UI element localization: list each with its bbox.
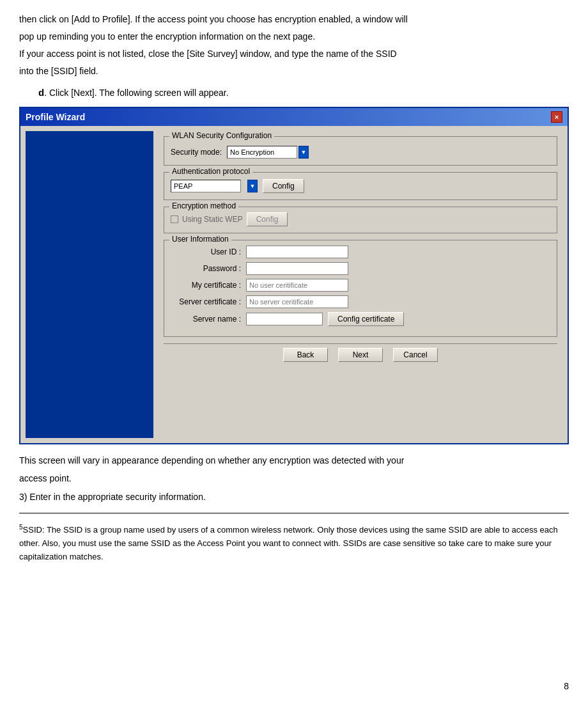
auth-protocol-row: PEAP ▼ Config: [171, 179, 550, 193]
next-button[interactable]: Next: [338, 348, 383, 362]
my-certificate-row: My certificate :: [171, 279, 550, 292]
wizard-sidebar: [26, 131, 153, 438]
page-number: 8: [564, 681, 569, 691]
bottom-line1: This screen will vary in appearance depe…: [19, 453, 569, 467]
server-name-row: Server name : Config certificate: [171, 312, 550, 326]
step-letter: d: [38, 87, 44, 98]
config-certificate-button[interactable]: Config certificate: [328, 312, 404, 326]
user-info-label: User Information: [169, 235, 231, 244]
bottom-line3: 3) Enter in the appropriate security inf…: [19, 490, 569, 504]
server-name-input[interactable]: [246, 313, 323, 325]
intro-line1: then click on [Add to Profile]. If the a…: [19, 13, 569, 26]
server-certificate-row: Server certificate :: [171, 295, 550, 308]
footnote-text: 5SSID: The SSID is a group name used by …: [19, 522, 569, 564]
intro-line3: If your access point is not listed, clos…: [19, 47, 569, 61]
user-id-row: User ID :: [171, 246, 550, 258]
footnote-body: SSID: The SSID is a group name used by u…: [19, 526, 558, 562]
server-certificate-label: Server certificate :: [171, 297, 241, 306]
auth-config-button[interactable]: Config: [263, 179, 304, 193]
encryption-checkbox-row: Using Static WEP Config: [171, 212, 550, 226]
my-certificate-label: My certificate :: [171, 281, 241, 290]
security-mode-dropdown-arrow[interactable]: ▼: [298, 146, 309, 159]
step-d: d. Click [Next]. The following screen wi…: [38, 87, 569, 98]
wizard-content-area: WLAN Security Configuration Security mod…: [159, 131, 562, 438]
back-button[interactable]: Back: [283, 348, 328, 362]
auth-dropdown-arrow[interactable]: ▼: [247, 180, 258, 192]
user-info-section: User Information User ID : Password : My…: [164, 240, 557, 337]
static-wep-checkbox[interactable]: [171, 215, 178, 223]
encryption-method-label: Encryption method: [169, 201, 238, 210]
wizard-titlebar: Profile Wizard ×: [20, 108, 568, 126]
auth-protocol-dropdown[interactable]: PEAP: [171, 180, 241, 192]
profile-wizard-window: Profile Wizard × WLAN Security Configura…: [19, 107, 569, 444]
password-label: Password :: [171, 264, 241, 273]
wlan-security-label: WLAN Security Configuration: [169, 131, 274, 140]
wlan-security-section: WLAN Security Configuration Security mod…: [164, 136, 557, 166]
encryption-config-button[interactable]: Config: [247, 212, 288, 226]
wizard-close-button[interactable]: ×: [551, 111, 562, 123]
user-id-input[interactable]: [246, 246, 348, 258]
security-mode-dropdown[interactable]: No Encryption: [227, 146, 297, 159]
static-wep-label: Using Static WEP: [182, 215, 243, 224]
cancel-button[interactable]: Cancel: [393, 348, 438, 362]
step-text: . Click [Next]. The following screen wil…: [44, 88, 228, 98]
wizard-body: WLAN Security Configuration Security mod…: [20, 126, 568, 443]
wizard-title: Profile Wizard: [26, 112, 85, 122]
section-divider: [19, 513, 569, 513]
security-mode-row: Security mode: No Encryption ▼: [171, 146, 550, 159]
wizard-button-row: Back Next Cancel: [164, 343, 557, 366]
bottom-line2: access point.: [19, 471, 569, 485]
security-mode-label: Security mode:: [171, 148, 222, 157]
server-name-label: Server name :: [171, 315, 241, 324]
security-mode-value: No Encryption: [230, 148, 274, 156]
user-id-label: User ID :: [171, 247, 241, 256]
auth-protocol-value: PEAP: [174, 182, 192, 190]
password-row: Password :: [171, 262, 550, 275]
password-input[interactable]: [246, 262, 348, 275]
intro-line2: pop up reminding you to enter the encryp…: [19, 30, 569, 43]
auth-protocol-label: Authentication protocol: [169, 167, 252, 176]
my-certificate-input[interactable]: [246, 279, 348, 292]
encryption-method-section: Encryption method Using Static WEP Confi…: [164, 207, 557, 233]
intro-line4: into the [SSID] field.: [19, 65, 569, 78]
auth-protocol-section: Authentication protocol PEAP ▼ Config: [164, 172, 557, 200]
server-certificate-input[interactable]: [246, 295, 348, 308]
